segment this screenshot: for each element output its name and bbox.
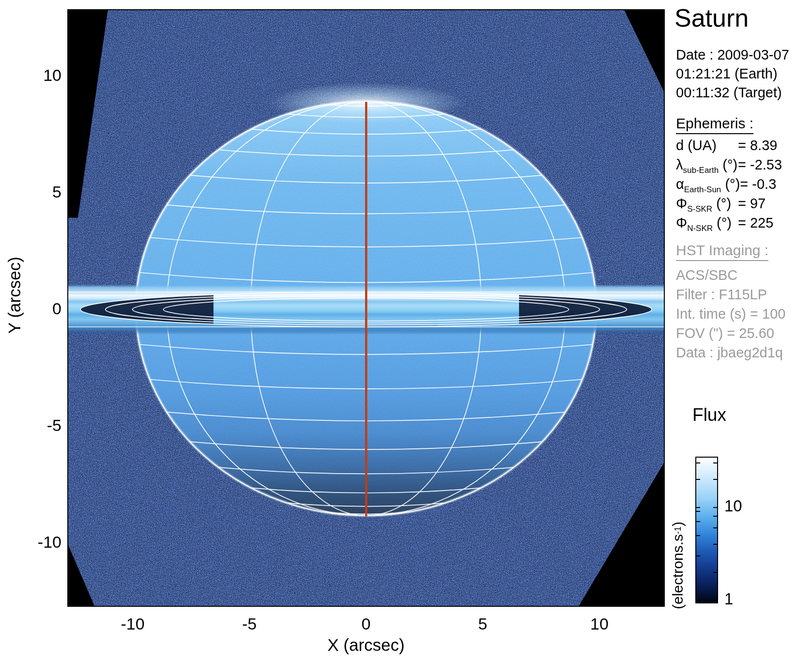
cb-tick-2 [713,572,717,573]
ephemeris-row-n-skr-phase: ΦN-SKR (°)= 225 [676,215,782,234]
saturn-uv-image [68,10,664,606]
ytick-m5: -5 [21,416,61,435]
ephemeris-row-distance: d (UA)= 8.39 [676,138,782,157]
xtick-m10: -10 [99,614,167,633]
colorbar-title: Flux [677,405,742,425]
colorbar-label-10: 10 [724,497,742,515]
page-title: Saturn [674,4,749,32]
cb-tick-1 [696,600,700,601]
hst-filter: Filter : F115LP [676,285,785,304]
ytick-5: 5 [21,182,61,201]
ytick-0: 0 [21,299,61,318]
hst-instrument: ACS/SBC [676,265,785,285]
x-axis-label: X (arcsec) [284,635,448,655]
cb-tick-10 [696,507,700,508]
cb-tick-20 [696,479,700,480]
ytick-10: 10 [21,65,61,85]
flux-colorbar [695,457,718,603]
ephemeris-row-phase-angle: αEarth-Sun (°)= -0.3 [676,176,782,196]
xtick-10: 10 [566,614,633,633]
colorbar-label-1: 1 [724,590,733,608]
ephemeris-heading-wrap: Ephemeris : [676,115,753,134]
hst-data-id: Data : jbaeg2d1q [676,343,785,362]
ytick-m10: -10 [21,532,61,552]
xtick-5: 5 [449,614,517,633]
figure-canvas: 10 5 0 -5 -10 -10 -5 0 5 10 X (arcsec) Y… [0,0,812,662]
ephemeris-row-s-skr-phase: ΦS-SKR (°)= 97 [676,196,782,215]
ephemeris-row-subearth-lat: λsub-Earth (°)= -2.53 [676,157,782,176]
saturn-image-plot [67,9,665,607]
earth-time-line: 01:21:21 (Earth) [676,64,789,83]
hst-int-time: Int. time (s) = 100 [676,304,785,323]
xtick-0: 0 [332,614,400,633]
hst-imaging-heading: HST Imaging : [676,242,768,261]
hst-imaging-block: HST Imaging : ACS/SBC Filter : F115LP In… [676,242,785,362]
xtick-m5: -5 [215,614,283,633]
date-line: Date : 2009-03-07 [676,46,789,64]
ephemeris-table: d (UA)= 8.39 λsub-Earth (°)= -2.53 αEart… [676,138,782,234]
y-axis-label: Y (arcsec) [5,203,24,387]
observation-date-block: Date : 2009-03-07 01:21:21 (Earth) 00:11… [676,46,789,102]
hst-fov: FOV (") = 25.60 [676,323,785,343]
ephemeris-heading: Ephemeris : [676,115,753,134]
cb-tick-30 [696,462,700,463]
colorbar-unit-label: (electrons.s-1) [670,449,686,609]
target-time-line: 00:11:32 (Target) [676,83,789,102]
central-meridian-red-line [365,102,367,516]
